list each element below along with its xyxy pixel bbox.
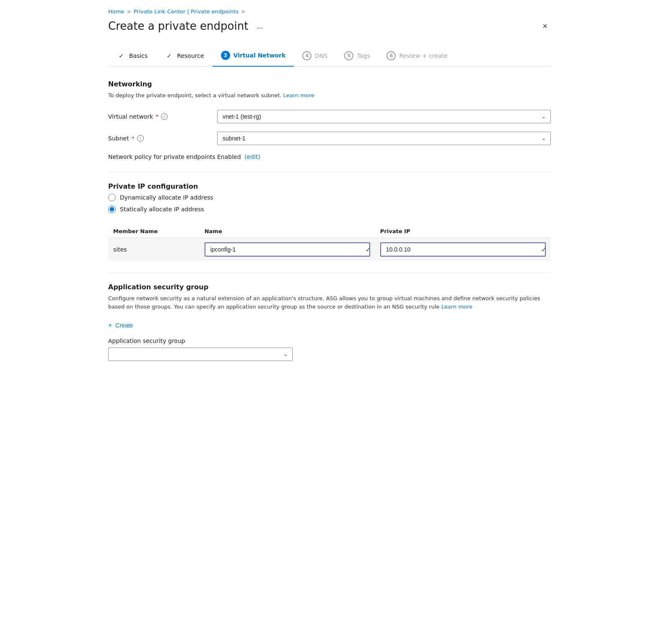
networking-section: Networking To deploy the private endpoin…: [108, 80, 551, 160]
wizard-step-dns[interactable]: 4 DNS: [294, 46, 336, 66]
virtual-network-select[interactable]: vnet-1 (test-rg): [217, 110, 551, 123]
col-private-ip: Private IP: [375, 225, 551, 238]
subnet-control: subnet-1 ⌄: [217, 132, 551, 145]
asg-learn-more[interactable]: Learn more: [441, 304, 472, 310]
subnet-select[interactable]: subnet-1: [217, 132, 551, 145]
network-policy-row: Network policy for private endpoints Ena…: [108, 153, 551, 160]
private-ip-input[interactable]: [380, 242, 546, 257]
asg-dropdown-wrapper: ⌄: [108, 348, 293, 361]
col-member-name: Member Name: [108, 225, 200, 238]
ellipsis-button[interactable]: ...: [253, 20, 266, 32]
asg-dropdown[interactable]: [108, 348, 293, 361]
step-icon-review-create: 6: [387, 51, 396, 60]
subnet-required: *: [132, 135, 135, 142]
wizard-step-basics[interactable]: ✓ Basics: [108, 46, 156, 66]
col-name: Name: [200, 225, 375, 238]
step-icon-resource: ✓: [164, 51, 174, 60]
breadcrumb-sep-2: >: [241, 9, 245, 15]
wizard-step-review-create[interactable]: 6 Review + create: [378, 46, 456, 66]
network-policy-label: Network policy for private endpoints: [108, 153, 217, 160]
virtual-network-label: Virtual network * i: [108, 113, 217, 120]
radio-group: Dynamically allocate IP address Statical…: [108, 194, 551, 213]
breadcrumb-sep-1: >: [127, 9, 131, 15]
wizard-step-virtual-network[interactable]: 3 Virtual Network: [213, 46, 294, 67]
divider-2: [108, 273, 551, 273]
network-policy-edit-link[interactable]: (edit): [244, 153, 260, 160]
name-check-icon: ✓: [365, 245, 371, 253]
asg-section: Application security group Configure net…: [108, 283, 551, 361]
networking-title: Networking: [108, 80, 551, 88]
breadcrumb: Home > Private Link Center | Private end…: [108, 8, 551, 15]
page-header: Create a private endpoint ... ×: [108, 20, 551, 32]
wizard-step-resource[interactable]: ✓ Resource: [156, 46, 212, 66]
step-icon-virtual-network: 3: [221, 51, 230, 60]
radio-static[interactable]: Statically allocate IP address: [108, 205, 551, 213]
subnet-row: Subnet * i subnet-1 ⌄: [108, 132, 551, 145]
plus-icon: +: [108, 322, 112, 329]
private-ip-title: Private IP configuration: [108, 182, 551, 190]
subnet-info-icon[interactable]: i: [137, 135, 144, 142]
networking-desc: To deploy the private endpoint, select a…: [108, 91, 551, 100]
radio-static-input[interactable]: [108, 205, 116, 213]
step-label-dns: DNS: [315, 52, 327, 59]
breadcrumb-private-link[interactable]: Private Link Center | Private endpoints: [133, 8, 238, 15]
cell-private-ip: ✓: [375, 238, 551, 261]
name-input[interactable]: [205, 242, 370, 257]
step-label-tags: Tags: [357, 52, 370, 59]
radio-dynamic[interactable]: Dynamically allocate IP address: [108, 194, 551, 201]
asg-desc: Configure network security as a natural …: [108, 294, 551, 312]
asg-create-button[interactable]: + Create: [108, 320, 133, 331]
step-label-review-create: Review + create: [399, 52, 447, 59]
wizard-step-tags[interactable]: 5 Tags: [336, 46, 378, 66]
networking-learn-more[interactable]: Learn more: [283, 92, 314, 99]
step-label-virtual-network: Virtual Network: [234, 52, 286, 59]
step-label-resource: Resource: [177, 52, 204, 59]
virtual-network-row: Virtual network * i vnet-1 (test-rg) ⌄: [108, 110, 551, 123]
step-icon-basics: ✓: [117, 51, 126, 60]
radio-dynamic-input[interactable]: [108, 194, 116, 201]
ip-config-table: Member Name Name Private IP sites ✓ ✓: [108, 225, 551, 261]
subnet-label: Subnet * i: [108, 135, 217, 142]
asg-title: Application security group: [108, 283, 551, 291]
step-icon-dns: 4: [302, 51, 311, 60]
network-policy-value: Enabled (edit): [217, 153, 260, 160]
virtual-network-control: vnet-1 (test-rg) ⌄: [217, 110, 551, 123]
cell-name: ✓: [200, 238, 375, 261]
close-button[interactable]: ×: [539, 20, 551, 32]
wizard-steps: ✓ Basics ✓ Resource 3 Virtual Network 4 …: [108, 46, 551, 67]
cell-member-name: sites: [108, 238, 200, 261]
step-icon-tags: 5: [344, 51, 353, 60]
table-row: sites ✓ ✓: [108, 238, 551, 261]
virtual-network-info-icon[interactable]: i: [161, 113, 168, 120]
virtual-network-required: *: [156, 113, 158, 120]
private-ip-section: Private IP configuration Dynamically all…: [108, 182, 551, 213]
private-ip-check-icon: ✓: [541, 245, 547, 253]
breadcrumb-home[interactable]: Home: [108, 8, 124, 15]
step-label-basics: Basics: [129, 52, 148, 59]
page-title: Create a private endpoint: [108, 20, 248, 32]
asg-dropdown-label: Application security group: [108, 338, 551, 344]
divider-1: [108, 172, 551, 172]
